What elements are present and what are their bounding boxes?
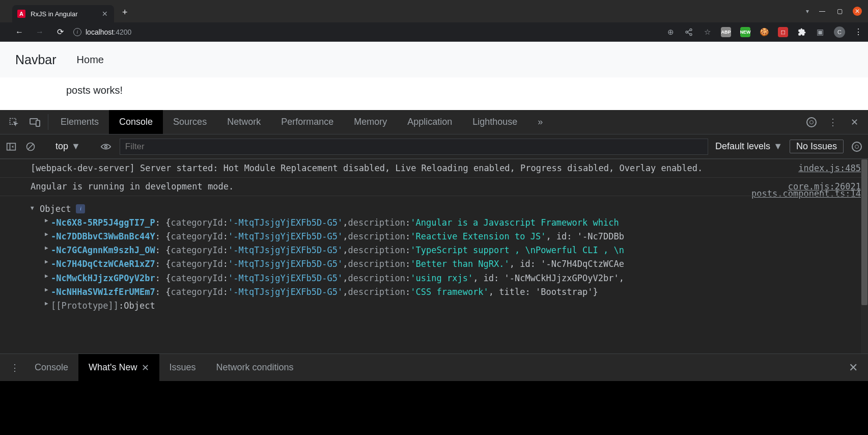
page-viewport: Navbar Home posts works! (0, 42, 868, 110)
extensions-puzzle-icon[interactable] (797, 28, 806, 37)
navbar-home-link[interactable]: Home (77, 54, 104, 66)
drawer-tab-what-s-new[interactable]: What's New ✕ (78, 354, 159, 381)
caret-right-icon[interactable]: ▶ (45, 243, 51, 257)
navbar-brand[interactable]: Navbar (15, 52, 57, 67)
sidepanel-icon[interactable]: ▣ (816, 28, 825, 37)
page-content: posts works! (0, 77, 868, 103)
drawer-tab-network-conditions[interactable]: Network conditions (206, 354, 304, 381)
devtools-tab-elements[interactable]: Elements (50, 110, 109, 134)
log-source-link[interactable]: index.js:485 (788, 161, 861, 175)
devtools-tab-console[interactable]: Console (109, 110, 163, 134)
log-source-link[interactable]: core.mjs:26021 (778, 180, 861, 194)
console-log-row: Angular is running in development mode.c… (0, 178, 868, 196)
devtools-tab-sources[interactable]: Sources (163, 110, 217, 134)
bookmark-star-icon[interactable]: ☆ (703, 28, 712, 37)
devtools-tab-application[interactable]: Application (397, 110, 462, 134)
svg-point-0 (690, 29, 692, 31)
object-prototype-row[interactable]: ▶ [[Prototype]]: Object (45, 299, 861, 313)
devtools-tab-lighthouse[interactable]: Lighthouse (462, 110, 527, 134)
console-output[interactable]: [webpack-dev-server] Server started: Hot… (0, 159, 868, 354)
url-port: :4200 (114, 28, 131, 36)
drawer-tab-console[interactable]: Console (24, 354, 78, 381)
devtools-close-icon[interactable]: ✕ (844, 117, 865, 128)
devtools-tab-bar: ElementsConsoleSourcesNetworkPerformance… (0, 110, 868, 134)
console-context-selector[interactable]: top ▼ (55, 141, 80, 152)
drawer-close-icon[interactable]: ✕ (844, 361, 863, 374)
caret-right-icon[interactable]: ▶ (45, 285, 51, 299)
object-entry-row[interactable]: ▶ -NcMwCkHJjzxGPOyV2br: {categoryId: '-M… (45, 271, 861, 285)
svg-point-1 (686, 31, 688, 33)
console-settings-icon[interactable] (851, 140, 863, 154)
devtools-more-tabs-icon[interactable]: » (527, 110, 553, 134)
object-entry-row[interactable]: ▶ -Nc6X8-5RP5J4ggTI7_P: {categoryId: '-M… (45, 216, 861, 230)
console-live-expression-icon[interactable] (99, 141, 113, 153)
caret-right-icon[interactable]: ▶ (45, 257, 51, 271)
extension-cookie-icon[interactable]: 🍪 (760, 28, 769, 37)
share-icon[interactable] (684, 28, 693, 37)
console-scrollbar[interactable] (861, 159, 868, 354)
object-key: -Nc7GCAgnnKm9szhJ_OW (51, 243, 155, 257)
object-key: -Nc7H4DqCtzWCAeR1xZ7 (51, 257, 155, 271)
log-message: [webpack-dev-server] Server started: Hot… (31, 161, 788, 175)
console-object-log: posts.component.ts:14 ▼ Object i ▶ -Nc6X… (0, 196, 868, 318)
new-tab-button[interactable]: + (118, 5, 132, 20)
object-key: -Nc6X8-5RP5J4ggTI7_P (51, 216, 155, 230)
caret-right-icon[interactable]: ▶ (45, 299, 51, 313)
zoom-icon[interactable]: ⊕ (666, 28, 675, 37)
inspect-element-icon[interactable] (3, 110, 24, 134)
svg-point-8 (105, 145, 107, 148)
devtools-drawer: ⋮ ConsoleWhat's New ✕IssuesNetwork condi… (0, 354, 868, 381)
console-toolbar: top ▼ Default levels ▼ No Issues (0, 134, 868, 159)
browser-titlebar: A RxJS in Angular ✕ + ▾ — ▢ ✕ (0, 0, 868, 22)
extension-abp-icon[interactable]: ABP (721, 27, 731, 37)
console-issues-button[interactable]: No Issues (790, 140, 844, 153)
object-entry-row[interactable]: ▶ -Nc7GCAgnnKm9szhJ_OW: {categoryId: '-M… (45, 243, 861, 257)
tab-title: RxJS in Angular (31, 10, 78, 18)
object-key: -NcNHHaSVW1zfErUMEm7 (51, 285, 155, 299)
drawer-menu-icon[interactable]: ⋮ (5, 362, 24, 373)
devtools-tab-performance[interactable]: Performance (271, 110, 344, 134)
svg-point-2 (690, 33, 692, 35)
nav-forward-button[interactable]: → (33, 25, 47, 39)
svg-rect-6 (7, 143, 16, 150)
object-info-icon[interactable]: i (76, 204, 85, 213)
url-box[interactable]: i localhost:4200 (73, 28, 131, 36)
object-entry-row[interactable]: ▶ -NcNHHaSVW1zfErUMEm7: {categoryId: '-M… (45, 285, 861, 299)
url-host: localhost (86, 28, 114, 36)
console-log-row: [webpack-dev-server] Server started: Hot… (0, 159, 868, 178)
nav-reload-button[interactable]: ⟳ (53, 25, 67, 39)
console-filter-input[interactable] (120, 139, 708, 155)
caret-right-icon[interactable]: ▶ (45, 230, 51, 243)
devtools-settings-icon[interactable] (801, 117, 822, 127)
caret-right-icon[interactable]: ▶ (45, 216, 51, 230)
object-entry-row[interactable]: ▶ -Nc7DDBbvC3WwBnBc44Y: {categoryId: '-M… (45, 230, 861, 243)
tab-close-icon[interactable]: ✕ (102, 10, 108, 18)
devtools-menu-icon[interactable]: ⋮ (822, 117, 844, 128)
console-levels-dropdown[interactable]: Default levels ▼ (715, 141, 782, 152)
object-key: -NcMwCkHJjzxGPOyV2br (51, 271, 155, 285)
device-toolbar-icon[interactable] (24, 110, 46, 134)
caret-right-icon[interactable]: ▶ (45, 271, 51, 285)
object-key: -Nc7DDBbvC3WwBnBc44Y (51, 230, 155, 243)
devtools-tab-network[interactable]: Network (217, 110, 271, 134)
object-expand-caret[interactable]: ▼ (31, 204, 37, 213)
tab-search-icon[interactable]: ▾ (806, 8, 809, 15)
site-info-icon[interactable]: i (73, 28, 81, 36)
devtools-tab-memory[interactable]: Memory (344, 110, 397, 134)
console-sidebar-toggle-icon[interactable] (5, 140, 17, 153)
object-entry-row[interactable]: ▶ -Nc7H4DqCtzWCAeR1xZ7: {categoryId: '-M… (45, 257, 861, 271)
nav-back-button[interactable]: ← (12, 25, 26, 39)
window-maximize-button[interactable]: ▢ (835, 7, 844, 15)
browser-tab[interactable]: A RxJS in Angular ✕ (12, 5, 114, 22)
console-clear-icon[interactable] (24, 140, 37, 154)
window-minimize-button[interactable]: — (818, 7, 826, 15)
extension-new-icon[interactable]: NEW (740, 27, 750, 37)
browser-menu-button[interactable]: ⋮ (854, 27, 863, 37)
angular-favicon: A (17, 10, 25, 18)
close-icon[interactable]: ✕ (142, 362, 149, 373)
drawer-tab-issues[interactable]: Issues (159, 354, 206, 381)
profile-avatar[interactable]: C (834, 26, 845, 38)
extension-red-icon[interactable]: ⬚ (778, 27, 788, 37)
devtools-panel: ElementsConsoleSourcesNetworkPerformance… (0, 110, 868, 381)
window-close-button[interactable]: ✕ (853, 7, 862, 16)
